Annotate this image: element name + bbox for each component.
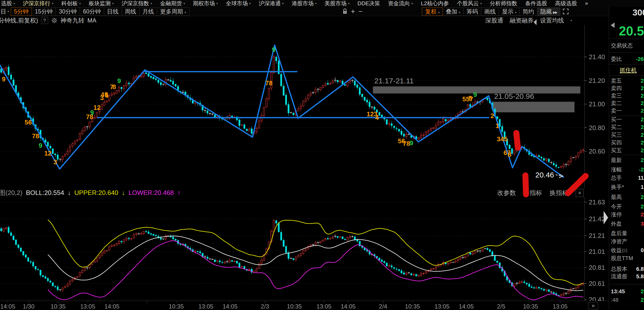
indicator-action-换指标[interactable]: 换指标 — [550, 189, 568, 197]
time-tick — [530, 301, 531, 303]
quote-value: 2 — [641, 203, 644, 210]
quote-row-卖五: 卖五2 — [611, 77, 644, 85]
tool-button-叠加[interactable]: 叠加▾ — [443, 8, 464, 16]
boll-indicator-header: 图(20,2) BOLL:20.554 ↓ UPPER:20.640 ↓ LOW… — [0, 189, 616, 197]
chevron-down-icon: ▾ — [249, 2, 251, 5]
quote-row-盘后量: 盘后量 — [611, 230, 644, 237]
menu-item-»[interactable]: » — [581, 0, 592, 7]
menu-item-期权市场[interactable]: 期权市场▾ — [189, 0, 222, 7]
period-button-15分钟[interactable]: 15分钟 — [32, 8, 56, 16]
arrow-up-icon: ↑ — [178, 189, 181, 197]
main-candlestick-chart[interactable]: 21.4021.2021.0020.8020.6021.17-21.1121.0… — [0, 25, 616, 189]
indicator-magic-nine-label[interactable]: 神奇九转 — [60, 17, 84, 25]
chevron-down-icon: ▾ — [150, 2, 152, 5]
close-indicator-icon[interactable]: × — [576, 189, 584, 197]
quote-row-买四: 买四2 — [611, 139, 644, 146]
menu-item-资金流向[interactable]: 资金流向▾ — [384, 0, 417, 7]
svg-text:21.21: 21.21 — [589, 232, 605, 239]
axis-more-button[interactable]: » — [588, 302, 598, 309]
quote-row-买五: 买五2 — [611, 147, 644, 154]
period-prefix-dropdown[interactable]: 日 ▾ — [0, 8, 11, 16]
menu-item-label: 高级选股 — [555, 0, 577, 7]
quote-label: 涨停 — [611, 211, 622, 218]
help-icon[interactable]: ? — [41, 17, 48, 24]
svg-text:20.61: 20.61 — [589, 280, 605, 287]
boll-sub-chart[interactable]: 21.6321.4221.2121.0120.8120.6120.41 — [0, 197, 616, 301]
boll-mid-value: BOLL:20.554 — [26, 189, 64, 197]
time-label: 10:35 — [523, 303, 538, 310]
time-axis: » 14:051/3010:3513:0514:0510:3513:0514:0… — [0, 301, 609, 310]
menu-item-label: 港股市场 — [292, 0, 314, 7]
menu-item-label: 沪深京排行 — [23, 0, 50, 7]
menu-item-沪深京指数[interactable]: 沪深京指数▾ — [118, 0, 156, 7]
menu-item-板块监测[interactable]: 板块监测▾ — [85, 0, 118, 7]
quote-row-收益㈢: 收益㈢0 — [611, 247, 644, 254]
ma-label[interactable]: MA — [88, 17, 96, 24]
quote-row-流通股: 流通股5.8 — [611, 273, 644, 280]
svg-text:21.20: 21.20 — [589, 77, 605, 84]
sidebar-divider — [609, 155, 644, 155]
zoom-in-button[interactable]: + — [351, 8, 355, 15]
sidebar-divider — [609, 64, 644, 64]
menu-item-分析师指数[interactable]: 分析师指数 — [486, 0, 521, 7]
quote-row-委比: 委比-26 — [611, 55, 644, 63]
time-label: 10:35 — [50, 303, 66, 310]
menu-item-沪深京排行[interactable]: 沪深京排行▾ — [19, 0, 57, 7]
quote-label: 卖二 — [611, 100, 622, 106]
lock-icon[interactable] — [342, 8, 348, 15]
more-periods-button[interactable]: 更多周期▾ — [157, 8, 190, 16]
period-button-5分钟[interactable]: 5分钟 — [11, 8, 32, 16]
menu-item-港股市场[interactable]: 港股市场▾ — [288, 0, 320, 7]
svg-text:8: 8 — [508, 151, 511, 158]
tool-button-筹码[interactable]: 筹码 — [463, 8, 481, 16]
chevron-down-icon: ▾ — [315, 2, 316, 5]
menu-item-条件选股[interactable]: 条件选股 — [521, 0, 551, 7]
menu-item-label: 板块监测 — [89, 0, 111, 7]
tool-button-画线[interactable]: 画线 — [481, 8, 499, 16]
period-button-60分钟[interactable]: 60分钟 — [80, 8, 104, 16]
period-button-30分钟[interactable]: 30分钟 — [56, 8, 80, 16]
tool-button-label: 显示 — [502, 8, 514, 15]
tool-button-隐藏[interactable]: 隐藏▶▶ — [537, 8, 560, 16]
tool-button-简约[interactable]: 简约 — [520, 8, 537, 16]
menu-item-DDE决策[interactable]: DDE决策 — [354, 0, 384, 7]
tool-button-显示[interactable]: 显示▾ — [499, 8, 520, 16]
quote-value: 2 — [641, 211, 644, 218]
menu-item-高级选股[interactable]: 高级选股 — [551, 0, 581, 7]
fullscreen-icon[interactable] — [563, 9, 569, 15]
promo-link[interactable]: 抓住机 — [620, 66, 637, 74]
chart-header: 分钟线,前复权) ? 神奇九转 MA 深股通融资融券设置均线▾ — [0, 16, 616, 25]
period-button-日线[interactable]: 日线 — [104, 8, 122, 16]
quote-value: 2 — [641, 296, 644, 304]
gear-icon[interactable] — [51, 17, 58, 24]
menu-item-选股[interactable]: 选股▾ — [0, 0, 19, 7]
indicator-action-改参数[interactable]: 改参数 — [497, 189, 516, 197]
menu-item-金融期货[interactable]: 金融期货▾ — [156, 0, 189, 7]
header-link-深股通[interactable]: 深股通 — [485, 17, 503, 25]
quote-row-今开: 今开2 — [611, 203, 644, 210]
menu-item-美股市场[interactable]: 美股市场▾ — [320, 0, 354, 7]
zoom-out-button[interactable]: − — [358, 8, 362, 15]
chart-type-label: 分钟线,前复权) — [0, 17, 38, 25]
menu-item-个股风云[interactable]: 个股风云▾ — [453, 0, 486, 7]
boll-params-label[interactable]: 图(20,2) — [0, 189, 22, 197]
svg-text:2: 2 — [490, 112, 494, 119]
tool-button-label: 筹码 — [466, 8, 478, 15]
menu-item-科创板[interactable]: 科创板▾ — [57, 0, 85, 7]
indicator-action-加指标[interactable]: 加指标 — [523, 189, 542, 197]
period-button-月线[interactable]: 月线 — [139, 8, 157, 16]
menu-item-沪深港通[interactable]: 沪深港通▾ — [255, 0, 288, 7]
period-button-周线[interactable]: 周线 — [122, 8, 140, 16]
sidebar-divider — [609, 52, 644, 53]
header-link-设置均线[interactable]: 设置均线 — [540, 17, 564, 25]
menu-item-L2核心内参[interactable]: L2核心内参 — [417, 0, 453, 7]
menu-item-全球市场[interactable]: 全球市场▾ — [222, 0, 255, 7]
quote-label: 外盘 — [611, 221, 622, 227]
quote-label: 换手* — [611, 184, 624, 190]
header-link-融资融券[interactable]: 融资融券 — [510, 17, 534, 25]
quote-value: -2 — [639, 166, 644, 174]
tool-button-复权[interactable]: 复权▾ — [422, 8, 443, 16]
quote-value: 2 — [641, 100, 644, 107]
day-tick — [501, 301, 502, 303]
time-tick — [112, 301, 112, 303]
